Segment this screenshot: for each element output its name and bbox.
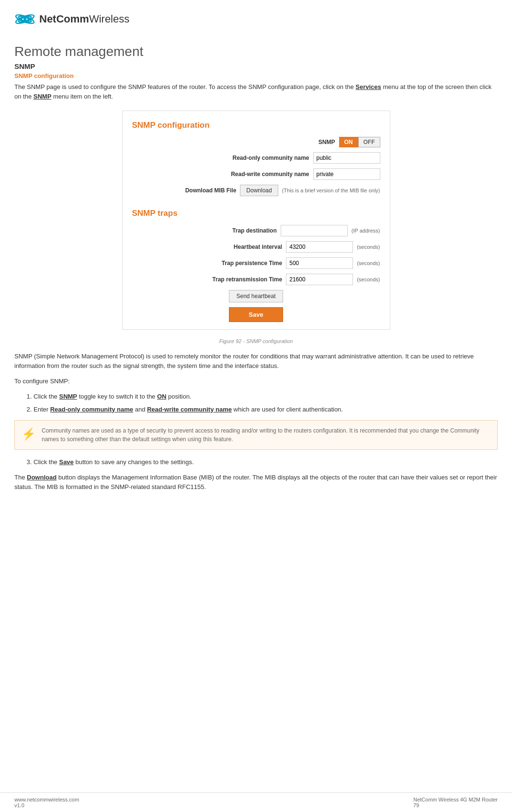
rw-community-row: Read-write community name [132,168,380,180]
footer-version: v1.0 [14,802,24,808]
configure-label: To configure SNMP: [14,377,498,386]
footer: www.netcommwireless.com v1.0 NetComm Wir… [0,792,512,812]
download-mib-label: Download MIB File [150,187,236,194]
toggle-off-button[interactable]: OFF [358,137,380,147]
heartbeat-note: (seconds) [357,244,380,250]
footer-right: NetComm Wireless 4G M2M Router 79 [413,797,498,808]
download-button[interactable]: Download [240,185,278,196]
save-button[interactable]: Save [229,307,283,322]
snmp-toggle-label: SNMP [249,139,335,145]
services-link: Services [355,83,381,90]
heartbeat-interval-label: Heartbeat interval [196,244,282,250]
trap-dest-row: Trap destination (IP address) [132,225,380,236]
footer-website: www.netcommwireless.com [14,797,79,802]
ro-community-label: Read-only community name [223,155,309,161]
rw-community-label: Read-write community name [223,171,309,178]
rw-community-input[interactable] [313,168,380,180]
steps-list: Click the SNMP toggle key to switch it t… [34,392,498,414]
heartbeat-interval-row: Heartbeat interval (seconds) [132,241,380,253]
snmp-toggle-group[interactable]: ON OFF [339,137,380,147]
trap-persist-input[interactable] [286,257,353,269]
snmp-bold-1: SNMP [59,393,77,400]
trap-retrans-label: Trap retransmission Time [196,276,282,283]
trap-dest-label: Trap destination [191,227,277,234]
logo-text: NetCommWireless [39,13,129,25]
netcomm-logo-icon [14,9,35,30]
snmp-toggle-row: SNMP ON OFF [132,137,380,147]
config-box-wrapper: SNMP configuration SNMP ON OFF Read-only… [14,111,498,334]
rw-bold: Read-write community name [147,406,232,413]
on-bold: ON [157,393,167,400]
trap-persist-label: Trap persistence Time [196,260,282,267]
footer-left: www.netcommwireless.com v1.0 [14,797,79,808]
intro-text: The SNMP page is used to configure the S… [14,82,498,101]
config-box: SNMP configuration SNMP ON OFF Read-only… [122,111,390,330]
ro-community-input[interactable] [313,152,380,164]
trap-dest-input[interactable] [281,225,348,236]
figure-caption: Figure 92 - SNMP configuration [14,338,498,344]
trap-retrans-note: (seconds) [357,277,380,282]
trap-persist-note: (seconds) [357,260,380,266]
trap-retrans-input[interactable] [286,274,353,285]
logo: NetCommWireless [14,9,129,30]
download-bold: Download [27,474,57,481]
header: NetCommWireless [0,0,512,34]
trap-retrans-row: Trap retransmission Time (seconds) [132,274,380,285]
main-content: Remote management SNMP SNMP configuratio… [0,34,512,526]
warning-box: ⚡ Community names are used as a type of … [14,420,498,450]
warning-icon: ⚡ [22,427,36,441]
step-2: Enter Read-only community name and Read-… [34,405,498,414]
body-para-1: SNMP (Simple Network Management Protocol… [14,352,498,371]
footer-product: NetComm Wireless 4G M2M Router [413,797,498,802]
send-heartbeat-button[interactable]: Send heartbeat [229,290,283,302]
subsection-title: SNMP configuration [14,72,498,79]
ro-community-row: Read-only community name [132,152,380,164]
steps-list-2: Click the Save button to save any change… [34,457,498,467]
footer-page: 79 [413,802,419,808]
warning-text: Community names are used as a type of se… [42,426,490,444]
save-bold: Save [59,458,73,466]
download-mib-row: Download MIB File Download (This is a br… [132,185,380,196]
toggle-on-button[interactable]: ON [339,137,358,147]
step-3: Click the Save button to save any change… [34,457,498,467]
send-heartbeat-row: Send heartbeat [132,290,380,302]
trap-persist-row: Trap persistence Time (seconds) [132,257,380,269]
section-title: SNMP [14,62,498,70]
svg-point-4 [23,18,26,21]
heartbeat-interval-input[interactable] [286,241,353,253]
config-box-title: SNMP configuration [132,121,380,130]
ro-bold: Read-only community name [50,406,133,413]
traps-section-title: SNMP traps [132,209,380,218]
snmp-link: SNMP [34,93,52,100]
download-para: The Download button displays the Managem… [14,473,498,492]
page-title: Remote management [14,44,498,59]
step-1: Click the SNMP toggle key to switch it t… [34,392,498,401]
trap-dest-note: (IP address) [352,228,380,234]
download-note: (This is a brief version of the MIB file… [282,188,380,193]
